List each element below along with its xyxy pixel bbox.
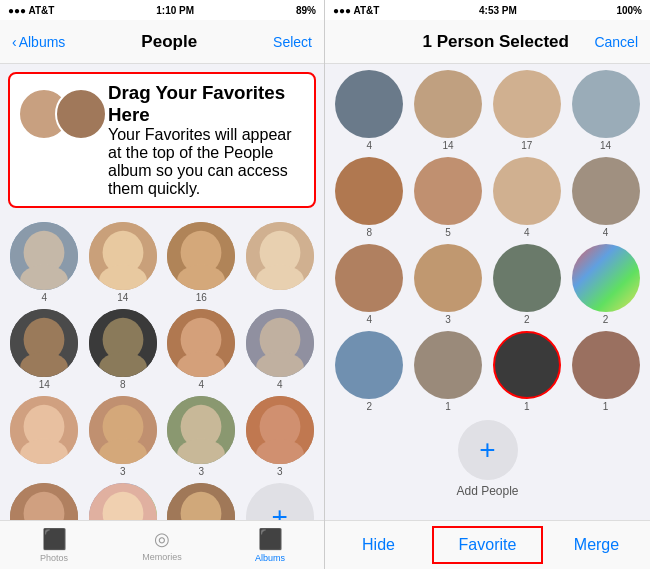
person-photo [89, 396, 157, 464]
list-item[interactable]: 1 [569, 331, 642, 412]
list-item[interactable]: 3 [244, 396, 317, 477]
person-count: 3 [120, 466, 126, 477]
list-item[interactable]: 2 [569, 244, 642, 325]
list-item[interactable]: 14 [412, 70, 485, 151]
person-count: 4 [524, 227, 530, 238]
albums-icon: ⬛ [258, 527, 283, 551]
person-photo [89, 222, 157, 290]
person-photo [89, 483, 157, 520]
list-item[interactable]: 4 [491, 157, 564, 238]
person-photo [335, 331, 403, 399]
person-photo [572, 331, 640, 399]
list-item[interactable]: 8 [87, 309, 160, 390]
list-item[interactable] [8, 483, 81, 520]
person-photo [414, 70, 482, 138]
list-item[interactable]: 1 [491, 331, 564, 412]
person-count: 1 [445, 401, 451, 412]
left-time: 1:10 PM [156, 5, 194, 16]
person-photo [89, 309, 157, 377]
list-item[interactable]: 2 [333, 331, 406, 412]
tab-memories-label: Memories [142, 552, 182, 562]
list-item[interactable] [8, 396, 81, 477]
list-item[interactable]: 2 [491, 244, 564, 325]
plus-icon: + [246, 483, 314, 520]
list-item[interactable]: 4 [165, 309, 238, 390]
cancel-button[interactable]: Cancel [594, 34, 638, 50]
person-photo [335, 70, 403, 138]
left-battery-area: 89% [296, 5, 316, 16]
action-bar: Hide Favorite Merge [325, 520, 650, 569]
list-item[interactable]: 4 [333, 70, 406, 151]
person-count: 8 [120, 379, 126, 390]
list-item[interactable] [244, 222, 317, 303]
memories-icon: ◎ [154, 528, 170, 550]
tab-photos[interactable]: ⬛ Photos [0, 527, 108, 563]
favorite-button[interactable]: Favorite [432, 526, 543, 564]
back-label: Albums [19, 34, 66, 50]
person-photo [572, 70, 640, 138]
selected-person-photo [493, 331, 561, 399]
merge-button[interactable]: Merge [543, 528, 650, 562]
list-item[interactable]: 3 [87, 396, 160, 477]
list-item[interactable]: 14 [87, 222, 160, 303]
list-item[interactable]: 5 [412, 157, 485, 238]
person-count: 2 [603, 314, 609, 325]
list-item[interactable]: 4 [244, 309, 317, 390]
select-button[interactable]: Select [273, 34, 312, 50]
list-item[interactable]: 4 [333, 244, 406, 325]
person-photo [493, 244, 561, 312]
right-battery: 100% [616, 5, 642, 16]
person-photo [10, 222, 78, 290]
list-item[interactable] [87, 483, 160, 520]
person-count: 3 [445, 314, 451, 325]
person-count: 1 [524, 401, 530, 412]
favorites-photos [18, 88, 107, 140]
list-item[interactable]: 1 [412, 331, 485, 412]
left-status-bar: ●●● AT&T 1:10 PM 89% [0, 0, 324, 20]
right-nav-bar: 1 Person Selected Cancel [325, 20, 650, 64]
person-photo [246, 309, 314, 377]
person-photo [167, 309, 235, 377]
list-item[interactable]: 4 [8, 222, 81, 303]
person-photo [572, 244, 640, 312]
add-people-button[interactable]: + Add People [333, 412, 642, 506]
favorites-drop-zone[interactable]: Drag Your Favorites Here Your Favorites … [8, 72, 316, 208]
person-count: 3 [277, 466, 283, 477]
person-count: 16 [196, 292, 207, 303]
tab-albums[interactable]: ⬛ Albums [216, 527, 324, 563]
add-album-button[interactable]: + [244, 483, 317, 520]
person-photo [10, 309, 78, 377]
add-people-icon: + [458, 420, 518, 480]
tab-photos-label: Photos [40, 553, 68, 563]
person-count: 17 [521, 140, 532, 151]
favorites-text-area: Drag Your Favorites Here Your Favorites … [108, 82, 306, 198]
people-grid-right: 4 14 17 14 8 5 [325, 64, 650, 520]
left-battery: 89% [296, 5, 316, 16]
hide-button[interactable]: Hide [325, 528, 432, 562]
list-item[interactable]: 3 [165, 396, 238, 477]
person-count: 2 [367, 401, 373, 412]
chevron-left-icon: ‹ [12, 34, 17, 50]
list-item[interactable]: 14 [569, 70, 642, 151]
person-photo [493, 70, 561, 138]
right-carrier: ●●● AT&T [333, 5, 379, 16]
list-item[interactable] [165, 483, 238, 520]
list-item[interactable]: 16 [165, 222, 238, 303]
list-item[interactable]: 3 [412, 244, 485, 325]
list-item[interactable]: 17 [491, 70, 564, 151]
people-grid-left: 4 14 16 14 8 [0, 216, 324, 520]
back-button[interactable]: ‹ Albums [12, 34, 65, 50]
tab-memories[interactable]: ◎ Memories [108, 528, 216, 562]
person-photo [246, 222, 314, 290]
person-count: 14 [39, 379, 50, 390]
person-photo [10, 483, 78, 520]
people-grid-right-inner: 4 14 17 14 8 5 [333, 70, 642, 412]
person-photo [10, 396, 78, 464]
tab-albums-label: Albums [255, 553, 285, 563]
list-item[interactable]: 14 [8, 309, 81, 390]
person-count: 1 [603, 401, 609, 412]
list-item[interactable]: 4 [569, 157, 642, 238]
list-item[interactable]: 8 [333, 157, 406, 238]
person-photo [167, 396, 235, 464]
person-count: 4 [41, 292, 47, 303]
